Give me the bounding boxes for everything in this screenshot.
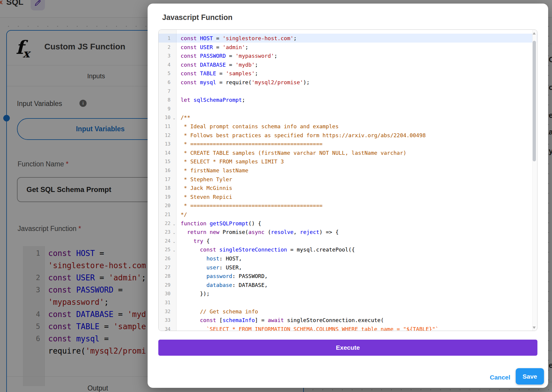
scroll-up-arrow-icon[interactable] xyxy=(533,32,536,35)
line-number: 30 xyxy=(159,289,171,298)
code-line: */ xyxy=(181,210,187,219)
line-number: 31 xyxy=(159,298,171,307)
code-line: // Get schema info xyxy=(181,307,258,316)
code-line: const PASSWORD = 'mypassword'; xyxy=(181,51,277,60)
line-number: 3 xyxy=(159,51,171,60)
fold-chevron-icon[interactable]: ⌄ xyxy=(172,246,176,255)
line-number: 8 xyxy=(159,96,171,104)
line-number: 25 xyxy=(159,245,171,254)
line-number: 33 xyxy=(159,316,171,325)
code-line: * Ideal prompt contains schema info and … xyxy=(181,122,339,131)
line-number: 23 xyxy=(159,228,171,237)
line-number: 26 xyxy=(159,254,171,263)
line-number: 22 xyxy=(159,219,171,228)
line-number: 6 xyxy=(159,78,171,87)
fold-chevron-icon[interactable]: ⌄ xyxy=(172,114,176,123)
code-line: * CREATE TABLE samples (firstName varcha… xyxy=(181,149,406,157)
line-number: 9 xyxy=(159,104,171,113)
line-number: 34 xyxy=(159,325,171,331)
code-line: const HOST = 'singlestore-host.com'; xyxy=(181,34,297,43)
line-number: 32 xyxy=(159,307,171,316)
code-line: return new Promise(async (resolve, rejec… xyxy=(181,228,339,237)
code-line: * Stephen Tyler xyxy=(181,175,232,184)
line-number: 21 xyxy=(159,210,171,219)
code-line: `SELECT * FROM INFORMATION_SCHEMA.COLUMN… xyxy=(181,325,439,331)
modal-title: Javascript Function xyxy=(162,13,232,22)
scrollbar-track[interactable] xyxy=(532,30,537,331)
execute-button[interactable]: Execute xyxy=(158,340,537,356)
code-line: const [schemaInfo] = await singleStoreCo… xyxy=(181,316,384,325)
code-line: user: USER, xyxy=(181,263,242,272)
code-line: * Steven Repici xyxy=(181,193,232,202)
code-line: const mysql = require('mysql2/promise'); xyxy=(181,78,310,87)
code-line: }); xyxy=(181,289,210,298)
javascript-function-modal: Javascript Function 1const HOST = 'singl… xyxy=(148,4,548,388)
scroll-down-arrow-icon[interactable] xyxy=(533,327,536,329)
code-line: const USER = 'admin'; xyxy=(181,43,248,52)
scrollbar-thumb[interactable] xyxy=(533,41,536,161)
line-number: 13 xyxy=(159,140,171,149)
code-line: /** xyxy=(181,113,190,122)
line-number: 11 xyxy=(159,122,171,131)
line-number: 28 xyxy=(159,272,171,281)
code-line: database: DATABASE, xyxy=(181,281,268,290)
code-line: const TABLE = 'samples'; xyxy=(181,69,258,78)
line-number: 4 xyxy=(159,60,171,69)
line-number: 7 xyxy=(159,87,171,96)
line-number: 2 xyxy=(159,43,171,52)
code-line: * SELECT * FROM samples LIMIT 3 xyxy=(181,157,284,166)
line-number: 12 xyxy=(159,131,171,140)
line-number: 10 xyxy=(159,113,171,122)
line-number: 24 xyxy=(159,237,171,246)
code-line: host: HOST, xyxy=(181,254,242,263)
code-line: function getSQLPrompt() { xyxy=(181,219,261,228)
code-line: password: PASSWORD, xyxy=(181,272,268,281)
code-line: const singleStoreConnection = mysql.crea… xyxy=(181,245,355,254)
code-line: const DATABASE = 'mydb'; xyxy=(181,60,258,69)
code-line: * Follows best practices as specified fo… xyxy=(181,131,426,140)
line-number: 29 xyxy=(159,281,171,290)
code-line: * ======================================… xyxy=(181,201,323,210)
line-number: 27 xyxy=(159,263,171,272)
code-line: * ======================================… xyxy=(181,140,323,149)
code-editor[interactable]: 1const HOST = 'singlestore-host.com';2co… xyxy=(158,29,537,331)
code-line: try { xyxy=(181,237,210,246)
fold-chevron-icon[interactable]: ⌄ xyxy=(172,229,176,238)
save-button[interactable]: Save xyxy=(516,368,544,385)
cancel-button[interactable]: Cancel xyxy=(488,374,512,381)
line-number: 1 xyxy=(159,34,171,43)
line-number: 16 xyxy=(159,166,171,175)
code-line: let sqlSchemaPrompt; xyxy=(181,96,245,104)
line-number: 20 xyxy=(159,201,171,210)
app-screen: x SQL fx Custom JS Function Inputs Input… xyxy=(0,0,552,392)
line-number: 17 xyxy=(159,175,171,184)
line-number: 19 xyxy=(159,193,171,202)
fold-chevron-icon[interactable]: ⌄ xyxy=(172,238,176,246)
fold-chevron-icon[interactable]: ⌄ xyxy=(172,220,176,229)
line-number: 14 xyxy=(159,149,171,157)
line-number: 18 xyxy=(159,184,171,193)
code-line: * firstName lastName xyxy=(181,166,248,175)
code-line: * Jack McGinnis xyxy=(181,184,232,193)
line-number: 5 xyxy=(159,69,171,78)
line-number: 15 xyxy=(159,157,171,166)
